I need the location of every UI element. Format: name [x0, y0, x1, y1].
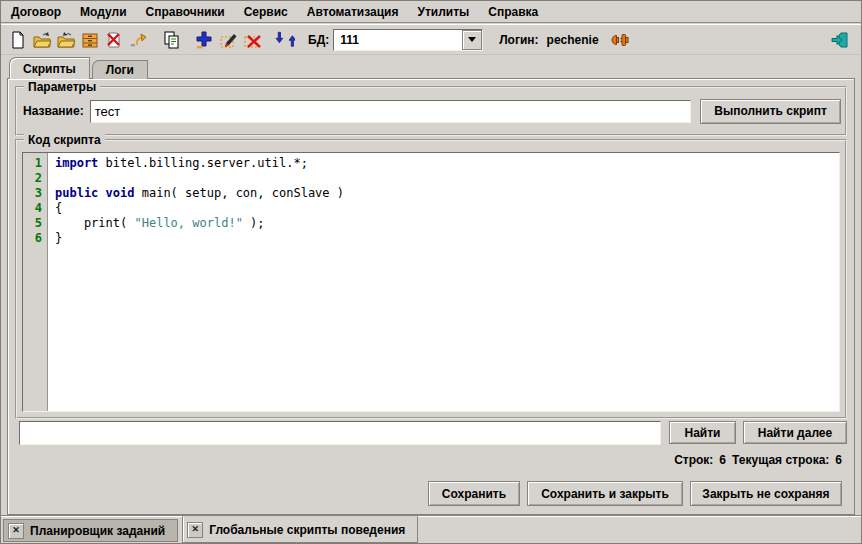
edit-item-icon[interactable]: [217, 29, 239, 51]
actions-row: Сохранить Сохранить и закрыть Закрыть не…: [428, 481, 842, 506]
bottom-tab-inactive[interactable]: ✕Планировщик заданий: [3, 519, 178, 542]
menu-item[interactable]: Справочники: [146, 5, 225, 19]
line-number-gutter: 123456: [23, 153, 48, 411]
archive-icon[interactable]: [79, 29, 101, 51]
code-token: );: [243, 216, 265, 230]
line-number: 2: [23, 171, 47, 186]
import-icon[interactable]: [55, 29, 77, 51]
add-item-icon[interactable]: [193, 29, 215, 51]
parameters-group-title: Параметры: [24, 80, 100, 94]
line-number: 6: [23, 231, 47, 246]
code-token: print(: [55, 216, 134, 230]
db-combobox[interactable]: 111: [333, 29, 483, 51]
open-icon[interactable]: [31, 29, 53, 51]
plug-icon: [609, 29, 631, 51]
code-token: import: [55, 156, 98, 170]
code-line: [55, 171, 839, 186]
chevron-down-icon: [468, 37, 476, 42]
login-value: pechenie: [547, 33, 599, 47]
main-panel: Параметры Название: Выполнить скрипт Код…: [7, 78, 855, 515]
login-label: Логин:: [499, 33, 538, 47]
search-row: Найти Найти далее: [19, 420, 847, 445]
code-area[interactable]: import bitel.billing.server.util.*;publi…: [49, 153, 839, 411]
menu-item[interactable]: Договор: [11, 5, 61, 19]
refresh-icon[interactable]: [274, 29, 296, 51]
tab-inactive[interactable]: Логи: [92, 60, 148, 79]
save-button[interactable]: Сохранить: [428, 481, 520, 506]
code-token: }: [55, 231, 62, 245]
menu-item[interactable]: Утилиты: [417, 5, 469, 19]
menu-bar: ДоговорМодулиСправочникиСервисАвтоматиза…: [1, 1, 861, 23]
lines-count-value: 6: [719, 453, 726, 467]
code-token: {: [55, 201, 62, 215]
code-line: import bitel.billing.server.util.*;: [55, 156, 839, 171]
delete-document-icon[interactable]: [103, 29, 125, 51]
delete-item-icon[interactable]: [241, 29, 263, 51]
name-label: Название:: [23, 104, 84, 118]
top-tab-strip: СкриптыЛоги: [9, 58, 150, 79]
status-row: Строк: 6 Текущая строка: 6: [674, 452, 842, 468]
copy-icon[interactable]: [160, 29, 182, 51]
new-document-icon[interactable]: [7, 29, 29, 51]
line-number: 4: [23, 201, 47, 216]
application-window: ДоговорМодулиСправочникиСервисАвтоматиза…: [0, 0, 862, 544]
code-token: main( setup, con, conSlave ): [134, 186, 344, 200]
search-input[interactable]: [19, 421, 661, 445]
menu-item[interactable]: Модули: [80, 5, 126, 19]
bottom-tab-strip: ✕Планировщик заданий✕Глобальные скрипты …: [1, 515, 861, 543]
close-without-saving-button[interactable]: Закрыть не сохраняя: [690, 481, 842, 506]
code-token: "Hello, world!": [134, 216, 242, 230]
bottom-tab-active[interactable]: ✕Глобальные скрипты поведения: [182, 516, 418, 543]
close-icon[interactable]: ✕: [187, 522, 203, 538]
line-number: 1: [23, 156, 47, 171]
db-label: БД:: [308, 33, 329, 47]
code-editor[interactable]: 123456 import bitel.billing.server.util.…: [22, 152, 840, 412]
tab-active[interactable]: Скрипты: [9, 57, 90, 79]
current-line-value: 6: [835, 453, 842, 467]
name-input[interactable]: [90, 100, 691, 123]
menu-item[interactable]: Сервис: [244, 5, 288, 19]
current-line-label: Текущая строка:: [732, 453, 829, 467]
find-next-button[interactable]: Найти далее: [743, 421, 847, 444]
save-and-close-button[interactable]: Сохранить и закрыть: [527, 481, 683, 506]
line-number: 3: [23, 186, 47, 201]
code-token: public void: [55, 186, 134, 200]
exit-icon[interactable]: [829, 29, 851, 51]
code-line: public void main( setup, con, conSlave ): [55, 186, 839, 201]
code-line: }: [55, 231, 839, 246]
toolbar: БД: 111 Логин: pechenie: [1, 24, 861, 55]
script-code-group: Код скрипта 123456 import bitel.billing.…: [15, 139, 847, 419]
run-script-button[interactable]: Выполнить скрипт: [700, 99, 841, 124]
script-code-group-title: Код скрипта: [24, 133, 105, 147]
lines-count-label: Строк:: [674, 453, 713, 467]
redo-icon[interactable]: [127, 29, 149, 51]
parameters-row: Название: Выполнить скрипт: [23, 98, 841, 124]
close-icon[interactable]: ✕: [8, 523, 24, 539]
line-number: 5: [23, 216, 47, 231]
code-token: bitel.billing.server.util.*;: [98, 156, 308, 170]
menu-item[interactable]: Автоматизация: [307, 5, 399, 19]
find-button[interactable]: Найти: [669, 421, 736, 444]
code-line: {: [55, 201, 839, 216]
bottom-tab-label: Глобальные скрипты поведения: [209, 523, 405, 537]
bottom-tab-label: Планировщик заданий: [30, 524, 165, 538]
db-combobox-value: 111: [334, 30, 462, 50]
menu-item[interactable]: Справка: [488, 5, 538, 19]
db-combobox-dropdown-button[interactable]: [462, 30, 482, 50]
parameters-group: Параметры Название: Выполнить скрипт: [15, 86, 847, 136]
code-line: print( "Hello, world!" );: [55, 216, 839, 231]
